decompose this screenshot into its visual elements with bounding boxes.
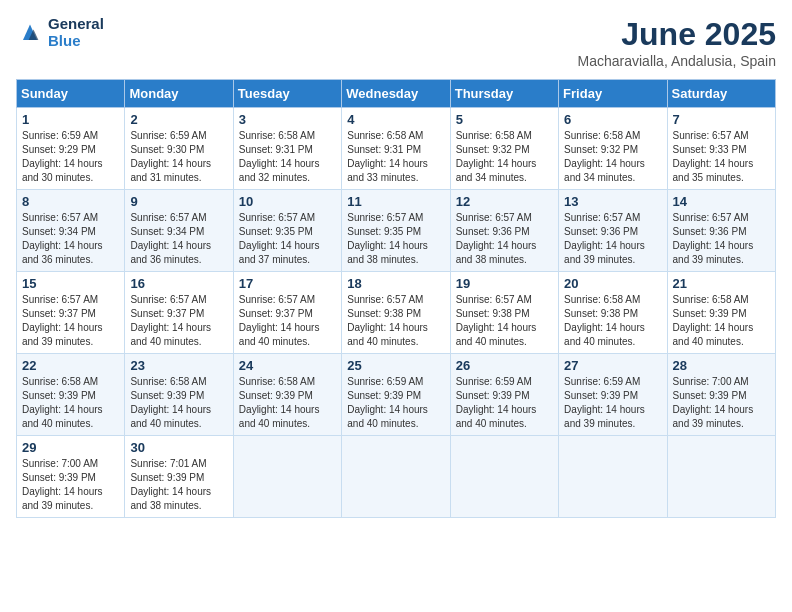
calendar-cell: 27 Sunrise: 6:59 AMSunset: 9:39 PMDaylig… (559, 354, 667, 436)
page-header: General Blue June 2025 Macharavialla, An… (16, 16, 776, 69)
calendar-cell: 6 Sunrise: 6:58 AMSunset: 9:32 PMDayligh… (559, 108, 667, 190)
calendar-cell: 21 Sunrise: 6:58 AMSunset: 9:39 PMDaylig… (667, 272, 775, 354)
calendar-cell: 11 Sunrise: 6:57 AMSunset: 9:35 PMDaylig… (342, 190, 450, 272)
title-block: June 2025 Macharavialla, Andalusia, Spai… (578, 16, 776, 69)
calendar-row: 15 Sunrise: 6:57 AMSunset: 9:37 PMDaylig… (17, 272, 776, 354)
calendar-row: 1Sunrise: 6:59 AMSunset: 9:29 PMDaylight… (17, 108, 776, 190)
logo-icon (16, 19, 44, 47)
calendar-row: 22 Sunrise: 6:58 AMSunset: 9:39 PMDaylig… (17, 354, 776, 436)
header-cell-monday: Monday (125, 80, 233, 108)
calendar-cell: 7 Sunrise: 6:57 AMSunset: 9:33 PMDayligh… (667, 108, 775, 190)
calendar-cell: 5 Sunrise: 6:58 AMSunset: 9:32 PMDayligh… (450, 108, 558, 190)
logo-line2: Blue (48, 33, 104, 50)
calendar-cell: 12 Sunrise: 6:57 AMSunset: 9:36 PMDaylig… (450, 190, 558, 272)
header-cell-sunday: Sunday (17, 80, 125, 108)
calendar-cell: 22 Sunrise: 6:58 AMSunset: 9:39 PMDaylig… (17, 354, 125, 436)
calendar-cell: 19 Sunrise: 6:57 AMSunset: 9:38 PMDaylig… (450, 272, 558, 354)
header-cell-wednesday: Wednesday (342, 80, 450, 108)
calendar-cell: 8 Sunrise: 6:57 AMSunset: 9:34 PMDayligh… (17, 190, 125, 272)
calendar-cell: 10 Sunrise: 6:57 AMSunset: 9:35 PMDaylig… (233, 190, 341, 272)
calendar-cell: 25 Sunrise: 6:59 AMSunset: 9:39 PMDaylig… (342, 354, 450, 436)
header-cell-friday: Friday (559, 80, 667, 108)
calendar-cell: 23 Sunrise: 6:58 AMSunset: 9:39 PMDaylig… (125, 354, 233, 436)
calendar-cell: 30 Sunrise: 7:01 AMSunset: 9:39 PMDaylig… (125, 436, 233, 518)
calendar-cell (342, 436, 450, 518)
header-cell-saturday: Saturday (667, 80, 775, 108)
month-title: June 2025 (578, 16, 776, 53)
logo: General Blue (16, 16, 104, 49)
calendar-cell: 17 Sunrise: 6:57 AMSunset: 9:37 PMDaylig… (233, 272, 341, 354)
location-title: Macharavialla, Andalusia, Spain (578, 53, 776, 69)
calendar-cell: 1Sunrise: 6:59 AMSunset: 9:29 PMDaylight… (17, 108, 125, 190)
calendar-row: 8 Sunrise: 6:57 AMSunset: 9:34 PMDayligh… (17, 190, 776, 272)
calendar-cell (233, 436, 341, 518)
calendar-cell: 4 Sunrise: 6:58 AMSunset: 9:31 PMDayligh… (342, 108, 450, 190)
calendar-cell: 26 Sunrise: 6:59 AMSunset: 9:39 PMDaylig… (450, 354, 558, 436)
calendar-cell: 3 Sunrise: 6:58 AMSunset: 9:31 PMDayligh… (233, 108, 341, 190)
calendar-cell: 14 Sunrise: 6:57 AMSunset: 9:36 PMDaylig… (667, 190, 775, 272)
calendar-cell: 16 Sunrise: 6:57 AMSunset: 9:37 PMDaylig… (125, 272, 233, 354)
calendar-cell: 28 Sunrise: 7:00 AMSunset: 9:39 PMDaylig… (667, 354, 775, 436)
calendar-row: 29 Sunrise: 7:00 AMSunset: 9:39 PMDaylig… (17, 436, 776, 518)
calendar-cell: 9 Sunrise: 6:57 AMSunset: 9:34 PMDayligh… (125, 190, 233, 272)
calendar-cell: 20 Sunrise: 6:58 AMSunset: 9:38 PMDaylig… (559, 272, 667, 354)
calendar-cell (450, 436, 558, 518)
header-cell-thursday: Thursday (450, 80, 558, 108)
calendar-cell: 18 Sunrise: 6:57 AMSunset: 9:38 PMDaylig… (342, 272, 450, 354)
calendar-cell: 2 Sunrise: 6:59 AMSunset: 9:30 PMDayligh… (125, 108, 233, 190)
calendar-cell (559, 436, 667, 518)
calendar-cell (667, 436, 775, 518)
logo-line1: General (48, 16, 104, 33)
calendar-table: SundayMondayTuesdayWednesdayThursdayFrid… (16, 79, 776, 518)
calendar-cell: 13 Sunrise: 6:57 AMSunset: 9:36 PMDaylig… (559, 190, 667, 272)
calendar-cell: 15 Sunrise: 6:57 AMSunset: 9:37 PMDaylig… (17, 272, 125, 354)
header-cell-tuesday: Tuesday (233, 80, 341, 108)
calendar-cell: 24 Sunrise: 6:58 AMSunset: 9:39 PMDaylig… (233, 354, 341, 436)
calendar-cell: 29 Sunrise: 7:00 AMSunset: 9:39 PMDaylig… (17, 436, 125, 518)
header-row: SundayMondayTuesdayWednesdayThursdayFrid… (17, 80, 776, 108)
